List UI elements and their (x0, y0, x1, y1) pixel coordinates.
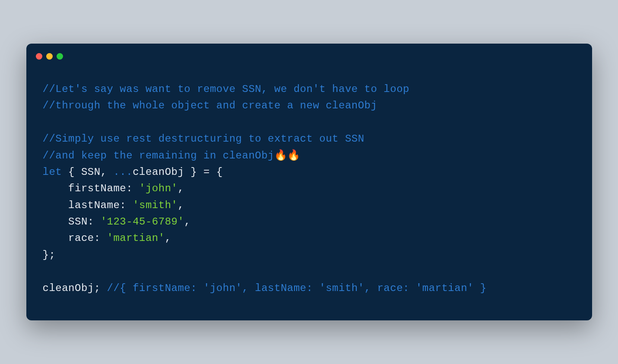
code-window: //Let's say was want to remove SSN, we d… (26, 44, 592, 320)
code-token-punct: : (120, 199, 133, 211)
code-line: }; (43, 247, 576, 263)
code-token-punct: }; (43, 249, 56, 261)
code-line: //and keep the remaining in cleanObj🔥🔥 (43, 148, 576, 164)
close-window-dot[interactable] (36, 53, 42, 60)
code-token-string: 'martian' (107, 232, 165, 244)
code-token-punct (43, 199, 69, 211)
code-token-punct (43, 232, 69, 244)
code-token-string: 'john' (139, 183, 177, 194)
code-token-punct: , (177, 199, 184, 211)
code-line: let { SSN, ...cleanObj } = { (43, 164, 576, 180)
code-line (43, 114, 576, 131)
code-token-ident: SSN (81, 166, 101, 178)
code-token-comment: //and keep the remaining in cleanObj🔥🔥 (43, 150, 301, 161)
code-token-punct: { (62, 166, 81, 178)
code-token-comment: //through the whole object and create a … (43, 100, 377, 111)
code-token-punct: , (165, 232, 171, 244)
code-token-punct (43, 183, 69, 194)
code-token-punct: , (101, 166, 114, 178)
code-token-ident: cleanObj (43, 282, 94, 294)
code-token-string: 'smith' (133, 199, 177, 211)
code-token-comment: //Simply use rest destructuring to extra… (43, 133, 364, 145)
maximize-window-dot[interactable] (57, 53, 63, 60)
code-line: //Let's say was want to remove SSN, we d… (43, 81, 576, 98)
code-token-prop: firstName (68, 183, 126, 194)
code-line: firstName: 'john', (43, 180, 576, 197)
code-line: lastName: 'smith', (43, 197, 576, 214)
code-line (43, 263, 576, 280)
code-token-punct: : (94, 232, 107, 244)
code-content: //Let's say was want to remove SSN, we d… (26, 81, 592, 297)
code-token-punct: } = { (184, 166, 222, 178)
code-token-punct: , (177, 183, 184, 194)
code-token-spread: ... (113, 166, 133, 178)
code-token-punct: : (88, 216, 101, 228)
code-line: race: 'martian', (43, 230, 576, 247)
code-token-keyword: let (43, 166, 62, 178)
minimize-window-dot[interactable] (46, 53, 53, 60)
code-line: //Simply use rest destructuring to extra… (43, 131, 576, 147)
code-line: cleanObj; //{ firstName: 'john', lastNam… (43, 280, 576, 297)
code-line: SSN: '123-45-6789', (43, 214, 576, 230)
code-line: //through the whole object and create a … (43, 98, 576, 114)
code-token-prop: SSN (68, 216, 88, 228)
window-controls (26, 53, 592, 60)
code-token-punct (43, 216, 69, 228)
code-token-comment: //{ firstName: 'john', lastName: 'smith'… (107, 282, 487, 294)
code-token-comment: //Let's say was want to remove SSN, we d… (43, 83, 409, 95)
code-token-prop: lastName (68, 199, 120, 211)
code-token-punct: ; (94, 282, 107, 294)
code-token-string: '123-45-6789' (101, 216, 184, 228)
code-token-punct: : (126, 183, 139, 194)
code-token-prop: race (68, 232, 94, 244)
code-token-ident: cleanObj (133, 166, 184, 178)
code-token-punct: , (184, 216, 190, 228)
